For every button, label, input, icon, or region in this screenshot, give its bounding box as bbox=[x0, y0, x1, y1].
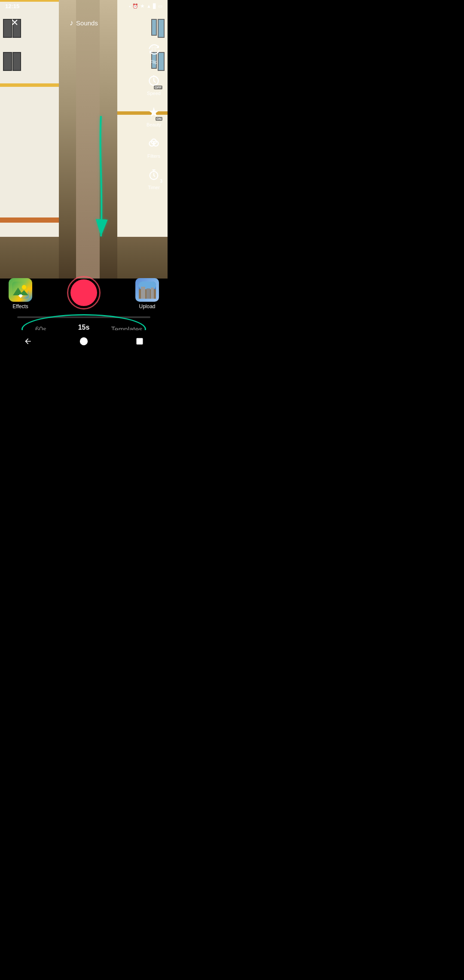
timer-label: Timer bbox=[148, 185, 160, 190]
svg-rect-16 bbox=[147, 288, 150, 299]
flip-tool[interactable]: Flip bbox=[145, 41, 162, 64]
building-left bbox=[0, 0, 64, 237]
speed-icon: OFF bbox=[145, 72, 162, 89]
wifi-icon: ▲ bbox=[147, 3, 151, 9]
bottom-controls: Effects bbox=[0, 276, 168, 318]
accent-strip bbox=[0, 83, 64, 87]
record-button-wrap bbox=[32, 276, 135, 309]
effects-button[interactable]: Effects bbox=[9, 278, 32, 309]
filters-tool[interactable]: Filters bbox=[145, 135, 162, 159]
sounds-label: Sounds bbox=[76, 19, 98, 27]
recording-progress bbox=[17, 316, 150, 318]
upload-thumbnail bbox=[135, 278, 159, 302]
speed-tool[interactable]: OFF Speed bbox=[145, 72, 162, 96]
battery-icon: ▭ bbox=[158, 3, 162, 9]
svg-point-8 bbox=[22, 285, 26, 289]
right-tools: Flip OFF Speed ON Beauty bbox=[145, 41, 162, 190]
upload-label: Upload bbox=[139, 303, 155, 309]
balcony bbox=[12, 52, 21, 71]
camera-preview bbox=[0, 0, 168, 279]
flip-icon bbox=[145, 41, 162, 58]
close-button[interactable]: ✕ bbox=[7, 15, 22, 31]
notification-dot: ● bbox=[129, 5, 131, 8]
status-icons: ● ⏰ ★ ▲ ▊ ▭ bbox=[129, 3, 162, 9]
beauty-icon: ON bbox=[145, 104, 162, 121]
record-inner bbox=[70, 279, 97, 306]
svg-rect-19 bbox=[137, 338, 143, 345]
home-button[interactable] bbox=[73, 331, 95, 352]
record-button[interactable] bbox=[67, 276, 101, 309]
balcony bbox=[3, 52, 12, 71]
effects-label: Effects bbox=[12, 303, 28, 309]
navigation-bar bbox=[0, 330, 168, 352]
clock: 12:15 bbox=[5, 3, 19, 9]
recents-button[interactable] bbox=[129, 331, 150, 352]
status-bar: 12:15 ● ⏰ ★ ▲ ▊ ▭ bbox=[0, 0, 168, 12]
effects-icon bbox=[9, 278, 32, 302]
signal-bars: ▊ bbox=[153, 3, 156, 9]
filters-label: Filters bbox=[147, 153, 160, 159]
filters-icon bbox=[145, 135, 162, 152]
sounds-icon: ♪ bbox=[70, 18, 73, 28]
accent-strip bbox=[0, 217, 64, 223]
upload-button[interactable]: Upload bbox=[135, 278, 159, 309]
street bbox=[59, 0, 118, 279]
top-bar: ✕ ♪ Sounds bbox=[0, 12, 168, 34]
beauty-tool[interactable]: ON Beauty bbox=[145, 104, 162, 127]
back-button[interactable] bbox=[17, 331, 39, 352]
beauty-label: Beauty bbox=[147, 122, 161, 127]
svg-point-18 bbox=[80, 337, 88, 345]
svg-rect-10 bbox=[19, 294, 22, 295]
sounds-button[interactable]: ♪ Sounds bbox=[70, 18, 98, 28]
timer-tool[interactable]: 3 Timer bbox=[145, 166, 162, 190]
svg-rect-15 bbox=[141, 287, 145, 299]
side-buttons-row: Effects bbox=[0, 276, 168, 309]
alarm-icon: ⏰ bbox=[132, 3, 138, 9]
app-container: 12:15 ● ⏰ ★ ▲ ▊ ▭ ✕ ♪ Sounds bbox=[0, 0, 168, 352]
flip-label: Flip bbox=[150, 59, 158, 64]
timer-icon: 3 bbox=[145, 166, 162, 184]
bluetooth-icon: ★ bbox=[140, 3, 145, 9]
svg-rect-17 bbox=[151, 288, 154, 299]
speed-label: Speed bbox=[147, 91, 161, 96]
